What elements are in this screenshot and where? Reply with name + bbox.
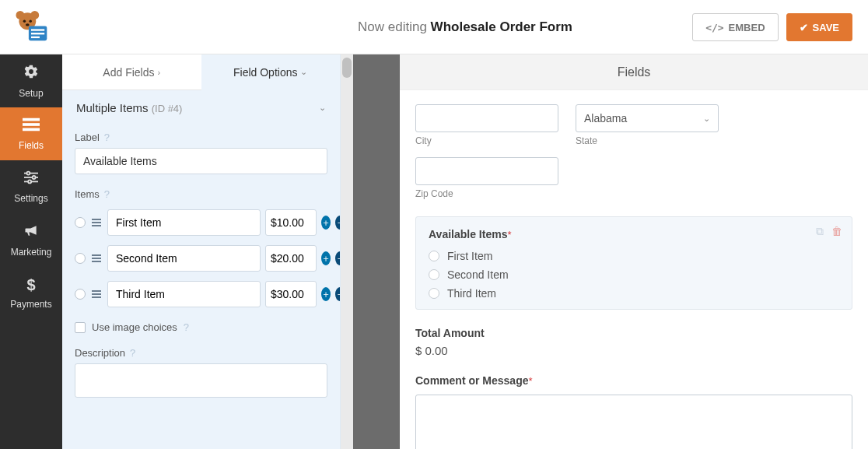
tab-field-options-label: Field Options [233,66,297,79]
duplicate-icon[interactable]: ⧉ [816,225,824,238]
svg-rect-11 [23,123,40,126]
comment-textarea[interactable] [415,395,852,449]
save-label: SAVE [813,22,839,33]
add-item-button[interactable]: ＋ [321,251,331,265]
chevron-right-icon: › [157,68,160,77]
svg-point-17 [33,176,36,179]
svg-point-2 [30,10,39,19]
nav-marketing-label: Marketing [11,247,52,258]
field-header[interactable]: Multiple Items (ID #4) ⌄ [75,90,327,122]
svg-point-18 [28,180,31,183]
nav-setup[interactable]: Setup [0,54,62,107]
svg-rect-8 [31,33,44,34]
required-asterisk: * [528,375,532,387]
remove-item-button[interactable]: － [335,251,340,265]
description-label: Description [75,347,125,359]
nav-marketing[interactable]: Marketing [0,213,62,266]
city-input[interactable] [415,104,558,132]
available-items-title: Available Items [429,228,507,240]
add-item-button[interactable]: ＋ [321,287,331,301]
preview-gutter [353,54,400,449]
item-row: ＋ － [75,281,327,307]
delete-icon[interactable]: 🗑 [831,225,842,238]
remove-item-button[interactable]: － [335,287,340,301]
choice-label: Second Item [447,268,509,281]
embed-button[interactable]: </> EMBED [692,13,778,41]
choice-radio[interactable]: First Item [429,250,839,262]
svg-rect-10 [23,118,40,121]
nav-payments-label: Payments [10,299,51,310]
drag-handle-icon[interactable] [90,219,103,226]
tab-add-fields-label: Add Fields [103,66,154,79]
item-price-input[interactable] [265,245,317,272]
choice-label: First Item [447,250,492,262]
field-id: (ID #4) [152,103,183,114]
zip-input[interactable] [415,157,558,185]
nav-settings[interactable]: Settings [0,160,62,213]
comment-label: Comment or Message [415,374,528,387]
item-default-radio[interactable] [75,217,86,228]
help-icon[interactable]: ? [104,132,110,143]
panel-scrollbar[interactable] [341,54,353,449]
svg-point-5 [26,23,30,26]
chevron-down-icon: ⌄ [703,114,710,124]
item-price-input[interactable] [265,209,317,236]
svg-rect-12 [23,128,40,131]
item-default-radio[interactable] [75,253,86,264]
drag-handle-icon[interactable] [90,290,103,298]
scroll-thumb[interactable] [342,58,352,78]
add-item-button[interactable]: ＋ [321,216,331,230]
help-icon[interactable]: ? [104,188,110,200]
item-name-input[interactable] [107,245,261,272]
wpforms-logo [0,8,62,47]
total-label: Total Amount [415,327,852,339]
available-items-field[interactable]: ⧉ 🗑 Available Items* First Item Second I… [415,216,852,310]
sliders-icon [23,170,40,188]
svg-point-1 [16,10,24,19]
svg-point-4 [30,19,32,22]
item-price-input[interactable] [265,281,317,307]
svg-point-16 [26,171,30,174]
item-row: ＋ － [75,209,327,236]
use-image-choices-checkbox[interactable] [75,322,86,333]
label-label: Label [75,132,100,143]
field-options-panel: Add Fields › Field Options ⌄ Multiple It… [62,54,341,449]
remove-item-button[interactable]: － [335,216,340,230]
chevron-down-icon: ⌄ [300,67,307,77]
tab-field-options[interactable]: Field Options ⌄ [201,54,341,90]
svg-point-3 [23,19,26,22]
help-icon[interactable]: ? [130,347,135,359]
nav-fields[interactable]: Fields [0,107,62,160]
label-input[interactable] [75,148,327,174]
item-name-input[interactable] [107,209,261,236]
svg-rect-7 [31,29,44,30]
save-button[interactable]: ✔ SAVE [786,13,852,41]
nav-setup-label: Setup [19,88,43,99]
chevron-down-icon: ⌄ [319,103,326,113]
svg-rect-9 [31,36,40,37]
choice-radio[interactable]: Third Item [429,287,839,300]
now-editing-label: Now editing [358,19,427,34]
help-icon[interactable]: ? [184,321,189,333]
use-image-choices-label: Use image choices [92,321,177,333]
state-select[interactable]: Alabama ⌄ [576,104,719,132]
nav-payments[interactable]: $ Payments [0,266,62,319]
code-icon: </> [705,22,723,33]
state-label: State [576,135,719,146]
drag-handle-icon[interactable] [90,254,103,262]
item-default-radio[interactable] [75,289,86,300]
embed-label: EMBED [729,22,765,33]
list-icon [23,118,40,135]
city-label: City [415,135,558,146]
tab-add-fields[interactable]: Add Fields › [62,54,201,90]
state-value: Alabama [584,112,627,125]
preview-header: Fields [400,54,868,90]
dollar-icon: $ [26,276,35,294]
choice-radio[interactable]: Second Item [429,268,839,281]
item-row: ＋ － [75,245,327,272]
item-name-input[interactable] [107,281,261,307]
megaphone-icon [23,223,40,242]
description-textarea[interactable] [75,363,327,398]
left-nav: Setup Fields Settings Marketing $ Paymen… [0,54,62,449]
nav-settings-label: Settings [14,193,47,204]
